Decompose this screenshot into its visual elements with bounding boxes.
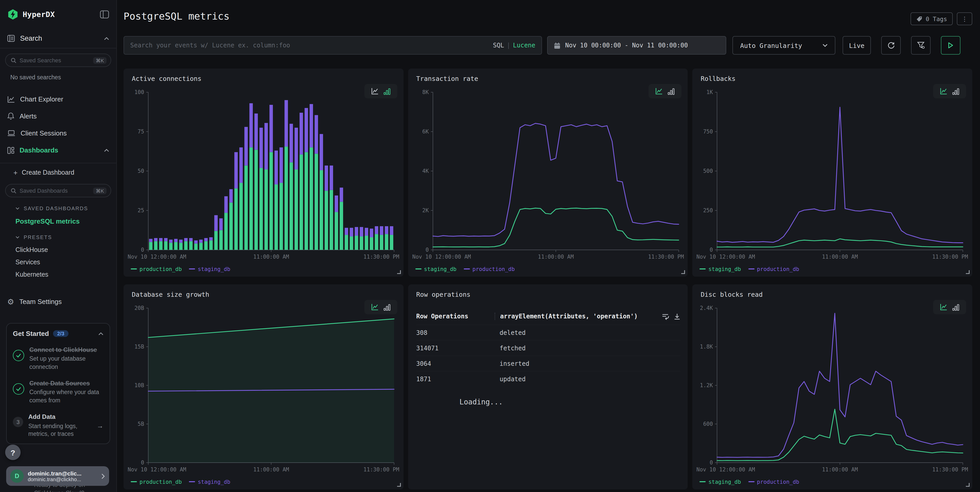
chart-type-toggle (364, 84, 397, 98)
legend-swatch (464, 268, 470, 270)
svg-text:11:30:00 PM: 11:30:00 PM (363, 254, 399, 260)
svg-text:5B: 5B (138, 421, 144, 427)
chart-canvas[interactable]: 0255075100Nov 10 12:00:00 AM11:00:00 AM1… (124, 69, 403, 276)
sidebar-item-services[interactable]: Services (0, 256, 116, 268)
panel-disc-blocks-read: Disc blocks read06001.2K1.8K2.4KNov 10 1… (692, 284, 972, 489)
toggle-bar-button[interactable] (383, 88, 390, 94)
toggle-line-button[interactable] (655, 88, 663, 95)
sidebar-item-dashboards[interactable]: Dashboards (0, 142, 116, 159)
get-started-item-sources[interactable]: Create Data Sources Configure where your… (13, 379, 103, 404)
legend-item-production-db[interactable]: production_db (131, 479, 182, 485)
lucene-toggle[interactable]: Lucene (513, 42, 535, 49)
sidebar-item-postgresql-metrics[interactable]: PostgreSQL metrics (0, 215, 116, 227)
sidebar-item-chart-explorer[interactable]: Chart Explorer (0, 91, 116, 108)
legend-item-staging-db[interactable]: staging_db (189, 479, 230, 485)
chart-legend: staging_dbproduction_db (700, 479, 799, 485)
panel-resize-handle[interactable] (965, 482, 970, 487)
toggle-line-button[interactable] (940, 304, 948, 311)
granularity-select[interactable]: Auto Granularity (732, 36, 835, 54)
presets-header[interactable]: PRESETS (0, 230, 116, 244)
date-range-label: Nov 10 00:00:00 - Nov 11 00:00:00 (565, 42, 688, 49)
legend-item-staging-db[interactable]: staging_db (700, 479, 741, 485)
get-started-item-add-data[interactable]: 3 Add Data Start sending logs, metrics, … (13, 413, 103, 438)
chart-canvas[interactable]: 06001.2K1.8K2.4KNov 10 12:00:00 AM11:00:… (692, 284, 972, 489)
svg-text:25: 25 (138, 207, 144, 214)
toggle-line-button[interactable] (371, 304, 379, 311)
user-email: dominic.tran@clickho... (28, 476, 97, 482)
get-started-item-label: Add Data (28, 413, 92, 421)
sidebar-item-clickhouse[interactable]: ClickHouse (0, 244, 116, 256)
chart-canvas[interactable]: 02K4K6K8KNov 10 12:00:00 AM11:00:00 AM11… (408, 69, 688, 276)
sidebar-item-team-settings[interactable]: ⚙ Team Settings (0, 293, 116, 310)
sidebar-collapse-icon[interactable] (100, 10, 109, 19)
download-icon (674, 313, 681, 319)
svg-text:0: 0 (710, 459, 713, 466)
kbd-shortcut: ⌘K (93, 187, 107, 194)
tags-button[interactable]: 0 Tags (911, 12, 953, 25)
legend-label: production_db (140, 479, 182, 485)
get-started-item-connect[interactable]: Connect to ClickHouse Set up your databa… (13, 346, 103, 371)
date-range-button[interactable]: Nov 10 00:00:00 - Nov 11 00:00:00 (547, 36, 726, 54)
toggle-bar-button[interactable] (668, 88, 675, 94)
search-section-label: Search (20, 35, 99, 42)
svg-text:8K: 8K (422, 89, 429, 95)
run-query-button[interactable] (941, 36, 961, 54)
legend-item-staging-db[interactable]: staging_db (189, 266, 230, 272)
legend-item-staging-db[interactable]: staging_db (415, 266, 456, 272)
toggle-bar-button[interactable] (952, 88, 959, 94)
legend-item-production-db[interactable]: production_db (464, 266, 515, 272)
chevron-up-icon[interactable] (98, 332, 103, 335)
search-input[interactable]: Search your events w/ Lucene ex. column:… (124, 36, 542, 54)
create-dashboard-button[interactable]: + Create Dashboard (0, 163, 116, 182)
table-row[interactable]: 314071fetched (416, 340, 681, 355)
panel-resize-handle[interactable] (396, 482, 401, 487)
table-row[interactable]: 1871updated (416, 371, 681, 387)
kebab-menu-button[interactable]: ⋮ (957, 12, 972, 25)
panel-resize-handle[interactable] (681, 270, 685, 274)
sql-toggle[interactable]: SQL (493, 42, 504, 49)
line-chart-toggle-icon (371, 88, 379, 95)
panel-resize-handle[interactable] (396, 270, 401, 274)
chevron-up-icon[interactable] (104, 37, 109, 40)
toggle-bar-button[interactable] (952, 304, 959, 310)
chevron-up-icon[interactable] (104, 149, 109, 152)
panel-transaction-rate: Transaction rate02K4K6K8KNov 10 12:00:00… (408, 69, 688, 276)
chart-canvas[interactable]: 05B10B15B20BNov 10 12:00:00 AM11:00:00 A… (124, 284, 403, 489)
table-row[interactable]: 3064inserted (416, 355, 681, 371)
toggle-line-button[interactable] (371, 88, 379, 95)
table-row[interactable]: 308deleted (416, 324, 681, 340)
saved-searches-input[interactable]: Saved Searches ⌘K (5, 54, 111, 67)
live-button[interactable]: Live (843, 36, 871, 54)
table-cell-value: 314071 (416, 344, 500, 351)
table-col2-header[interactable]: arrayElement(Attributes, 'operation') (495, 313, 656, 320)
legend-item-staging-db[interactable]: staging_db (700, 266, 741, 272)
help-button[interactable]: ? (5, 445, 21, 460)
legend-label: staging_db (708, 266, 741, 272)
sidebar-item-kubernetes[interactable]: Kubernetes (0, 268, 116, 281)
table-col1-header[interactable]: Row Operations (416, 313, 500, 320)
toolbar: Search your events w/ Lucene ex. column:… (124, 36, 972, 54)
toggle-bar-button[interactable] (383, 304, 390, 310)
legend-swatch (700, 268, 706, 270)
line-chart-toggle-icon (940, 88, 948, 95)
legend-item-production-db[interactable]: production_db (748, 479, 799, 485)
sidebar-item-alerts[interactable]: Alerts (0, 108, 116, 125)
avatar: D (10, 469, 24, 483)
toggle-line-button[interactable] (940, 88, 948, 95)
saved-dashboards-input[interactable]: Saved Dashboards ⌘K (5, 184, 111, 197)
row-operations-table: Row OperationsarrayElement(Attributes, '… (416, 308, 681, 406)
legend-item-production-db[interactable]: production_db (748, 266, 799, 272)
chevron-down-icon (16, 236, 19, 238)
chart-canvas[interactable]: 02505007501KNov 10 12:00:00 AM11:00:00 A… (692, 69, 972, 276)
filter-button[interactable] (911, 36, 931, 54)
check-circle-icon (13, 383, 24, 395)
panel-resize-handle[interactable] (965, 270, 970, 274)
sidebar-item-client-sessions[interactable]: Client Sessions (0, 125, 116, 142)
refresh-button[interactable] (881, 36, 901, 54)
user-card[interactable]: D dominic.tran@clic... dominic.tran@clic… (6, 466, 109, 486)
legend-item-production-db[interactable]: production_db (131, 266, 182, 272)
step-number-badge: 3 (13, 417, 23, 427)
svg-text:0: 0 (710, 246, 713, 253)
sidebar-section-search[interactable]: Search (0, 29, 116, 48)
saved-dashboards-header[interactable]: SAVED DASHBOARDS (0, 201, 116, 215)
